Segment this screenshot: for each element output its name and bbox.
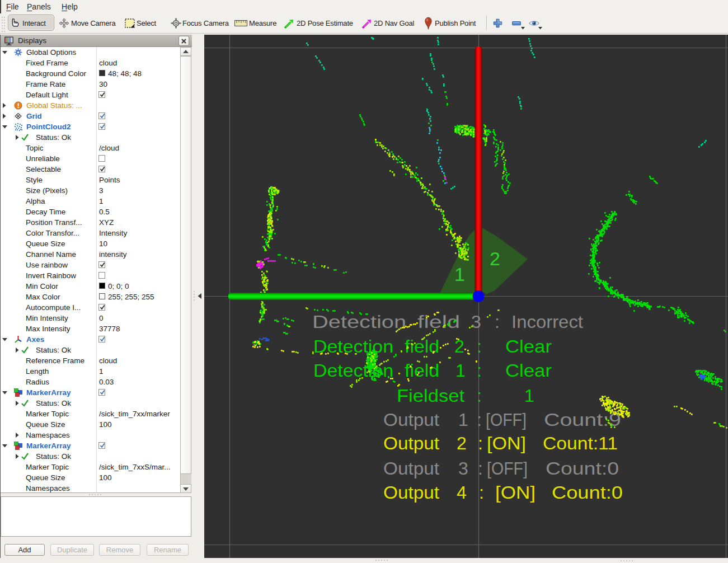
svg-text:Detectionfield3:Incorrect: Detectionfield3:Incorrect (312, 312, 583, 332)
svg-text:Output3:[OFF]Count:0: Output3:[OFF]Count:0 (383, 458, 619, 478)
svg-text:Output4:[ON]Count:0: Output4:[ON]Count:0 (383, 482, 623, 503)
svg-text:2: 2 (490, 248, 500, 269)
svg-text:Output1:[OFF]Count:9: Output1:[OFF]Count:9 (383, 410, 621, 430)
svg-text:1: 1 (454, 264, 465, 285)
svg-text:Output2:[ON]Count:11: Output2:[ON]Count:11 (383, 433, 618, 453)
svg-text:Detectionfield1:Clear: Detectionfield1:Clear (313, 360, 552, 381)
